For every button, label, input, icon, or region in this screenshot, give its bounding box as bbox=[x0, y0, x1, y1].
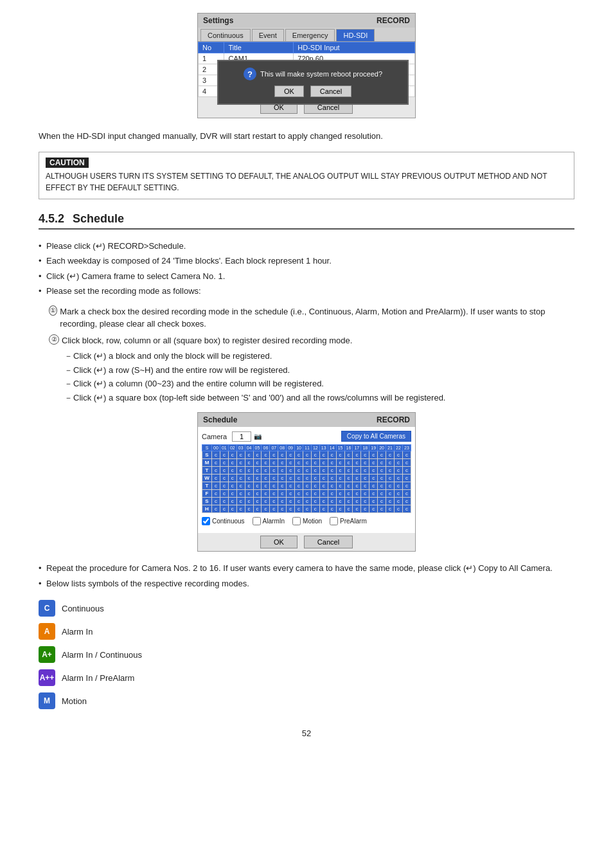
sched-cell[interactable]: c bbox=[270, 467, 278, 475]
sched-cell[interactable]: c bbox=[311, 475, 319, 482]
sched-cell[interactable]: c bbox=[236, 451, 245, 459]
sched-cell[interactable]: c bbox=[311, 505, 319, 513]
sched-cell[interactable]: c bbox=[344, 459, 353, 467]
sched-cell[interactable]: c bbox=[303, 498, 311, 505]
sched-cell[interactable]: c bbox=[328, 475, 336, 482]
sched-cell[interactable]: c bbox=[378, 498, 386, 505]
sched-cell[interactable]: c bbox=[245, 475, 253, 482]
sched-cell[interactable]: c bbox=[212, 505, 220, 513]
sched-cell[interactable]: c bbox=[212, 490, 220, 498]
schedule-ok-button[interactable]: OK bbox=[260, 536, 298, 548]
sched-cell[interactable]: c bbox=[361, 482, 369, 490]
sched-cell[interactable]: c bbox=[344, 475, 353, 482]
checkbox-continuous-input[interactable] bbox=[202, 517, 210, 525]
sched-cell[interactable]: c bbox=[361, 490, 369, 498]
sched-cell[interactable]: c bbox=[328, 482, 336, 490]
sched-cell[interactable]: c bbox=[295, 482, 303, 490]
sched-cell[interactable]: c bbox=[319, 498, 328, 505]
tab-continuous[interactable]: Continuous bbox=[200, 29, 251, 41]
sched-cell[interactable]: c bbox=[287, 467, 295, 475]
tab-emergency[interactable]: Emergency bbox=[285, 29, 335, 41]
sched-cell[interactable]: c bbox=[303, 490, 311, 498]
sched-cell[interactable]: c bbox=[262, 490, 270, 498]
sched-cell[interactable]: c bbox=[220, 467, 228, 475]
sched-cell[interactable]: c bbox=[361, 475, 369, 482]
sched-cell[interactable]: c bbox=[402, 505, 411, 513]
sched-cell[interactable]: c bbox=[336, 498, 344, 505]
sched-cell[interactable]: c bbox=[319, 475, 328, 482]
sched-cell[interactable]: c bbox=[253, 451, 262, 459]
sched-cell[interactable]: c bbox=[278, 490, 287, 498]
sched-cell[interactable]: c bbox=[386, 475, 395, 482]
sched-cell[interactable]: c bbox=[287, 498, 295, 505]
checkbox-motion-input[interactable] bbox=[292, 517, 301, 525]
sched-cell[interactable]: c bbox=[228, 498, 236, 505]
sched-cell[interactable]: c bbox=[369, 459, 378, 467]
camera-input[interactable] bbox=[232, 431, 251, 442]
sched-cell[interactable]: c bbox=[220, 482, 228, 490]
sched-cell[interactable]: c bbox=[344, 467, 353, 475]
sched-cell[interactable]: c bbox=[386, 490, 395, 498]
sched-cell[interactable]: c bbox=[369, 498, 378, 505]
sched-cell[interactable]: c bbox=[402, 475, 411, 482]
sched-cell[interactable]: c bbox=[295, 467, 303, 475]
sched-cell[interactable]: c bbox=[245, 490, 253, 498]
sched-cell[interactable]: c bbox=[402, 498, 411, 505]
sched-cell[interactable]: c bbox=[344, 505, 353, 513]
sched-cell[interactable]: c bbox=[220, 475, 228, 482]
sched-cell[interactable]: c bbox=[236, 498, 245, 505]
sched-cell[interactable]: c bbox=[386, 505, 395, 513]
sched-cell[interactable]: c bbox=[236, 482, 245, 490]
sched-cell[interactable]: c bbox=[236, 459, 245, 467]
sched-cell[interactable]: c bbox=[295, 451, 303, 459]
sched-cell[interactable]: c bbox=[278, 475, 287, 482]
sched-cell[interactable]: c bbox=[353, 490, 361, 498]
sched-cell[interactable]: c bbox=[278, 459, 287, 467]
checkbox-alarmin-input[interactable] bbox=[253, 517, 261, 525]
sched-cell[interactable]: c bbox=[287, 490, 295, 498]
sched-cell[interactable]: c bbox=[270, 475, 278, 482]
sched-cell[interactable]: c bbox=[270, 459, 278, 467]
sched-cell[interactable]: c bbox=[369, 467, 378, 475]
sched-cell[interactable]: c bbox=[253, 505, 262, 513]
sched-cell[interactable]: c bbox=[278, 482, 287, 490]
sched-cell[interactable]: c bbox=[212, 482, 220, 490]
sched-cell[interactable]: c bbox=[245, 505, 253, 513]
checkbox-prealarm-input[interactable] bbox=[330, 517, 338, 525]
sched-cell[interactable]: c bbox=[402, 490, 411, 498]
sched-cell[interactable]: c bbox=[319, 490, 328, 498]
sched-cell[interactable]: c bbox=[328, 459, 336, 467]
sched-cell[interactable]: c bbox=[319, 482, 328, 490]
sched-cell[interactable]: c bbox=[353, 451, 361, 459]
sched-cell[interactable]: c bbox=[295, 459, 303, 467]
sched-cell[interactable]: c bbox=[369, 505, 378, 513]
sched-cell[interactable]: c bbox=[361, 451, 369, 459]
sched-cell[interactable]: c bbox=[212, 498, 220, 505]
sched-cell[interactable]: c bbox=[361, 498, 369, 505]
schedule-cancel-button[interactable]: Cancel bbox=[304, 536, 353, 548]
confirm-cancel-button[interactable]: Cancel bbox=[310, 86, 351, 97]
sched-cell[interactable]: c bbox=[278, 467, 287, 475]
sched-cell[interactable]: c bbox=[344, 490, 353, 498]
sched-cell[interactable]: c bbox=[278, 451, 287, 459]
sched-cell[interactable]: c bbox=[303, 482, 311, 490]
sched-cell[interactable]: c bbox=[270, 490, 278, 498]
sched-cell[interactable]: c bbox=[319, 451, 328, 459]
sched-cell[interactable]: c bbox=[328, 505, 336, 513]
sched-cell[interactable]: c bbox=[353, 459, 361, 467]
sched-cell[interactable]: c bbox=[361, 505, 369, 513]
sched-cell[interactable]: c bbox=[270, 451, 278, 459]
sched-cell[interactable]: c bbox=[311, 490, 319, 498]
sched-cell[interactable]: c bbox=[394, 451, 402, 459]
sched-cell[interactable]: c bbox=[212, 459, 220, 467]
sched-cell[interactable]: c bbox=[228, 490, 236, 498]
sched-cell[interactable]: c bbox=[303, 451, 311, 459]
sched-cell[interactable]: c bbox=[369, 475, 378, 482]
sched-cell[interactable]: c bbox=[369, 482, 378, 490]
sched-cell[interactable]: c bbox=[295, 498, 303, 505]
sched-cell[interactable]: c bbox=[361, 467, 369, 475]
tab-hdsdi[interactable]: HD-SDI bbox=[336, 29, 375, 41]
sched-cell[interactable]: c bbox=[303, 505, 311, 513]
sched-cell[interactable]: c bbox=[378, 451, 386, 459]
sched-cell[interactable]: c bbox=[228, 475, 236, 482]
